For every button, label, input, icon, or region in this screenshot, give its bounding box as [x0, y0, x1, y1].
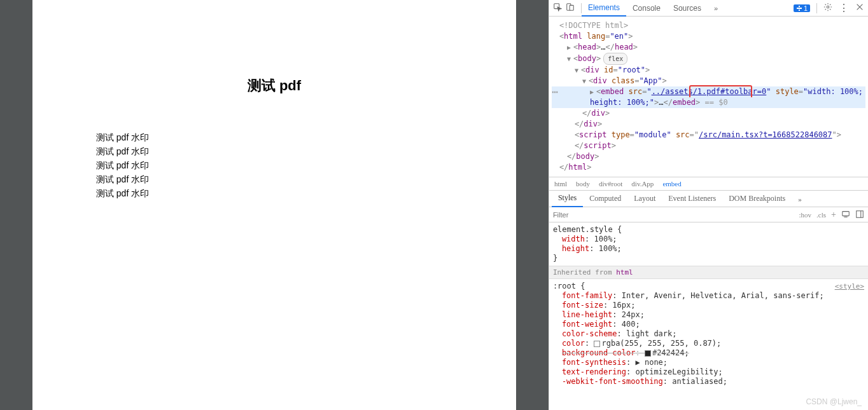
css-property[interactable]: line-height: 24px; — [553, 310, 864, 320]
css-property[interactable]: background-color: #242424; — [553, 348, 864, 358]
prop-height[interactable]: height: 100%; — [553, 244, 864, 254]
new-style-button[interactable]: + — [831, 210, 836, 220]
devtools-panel: Elements Console Sources » 1 ⋮ <!DOCTYPE… — [549, 0, 868, 410]
script-line[interactable]: <script type="module" src="/src/main.tsx… — [552, 130, 865, 140]
svg-rect-4 — [799, 6, 800, 7]
pdf-watermark: 测试 pdf 水印 — [96, 186, 452, 200]
tab-computed[interactable]: Computed — [583, 191, 627, 207]
css-property[interactable]: color: rgba(255, 255, 255, 0.87); — [553, 339, 864, 348]
ellipsis-icon[interactable]: ⋯ — [552, 86, 557, 97]
svg-point-6 — [827, 6, 829, 8]
device-toggle-icon[interactable] — [566, 3, 575, 13]
pdf-watermark: 测试 pdf 水印 — [96, 172, 452, 186]
svg-rect-5 — [799, 10, 800, 11]
crumb-root[interactable]: div#root — [599, 180, 622, 188]
styles-tabs-more[interactable]: » — [792, 192, 808, 206]
prop-width[interactable]: width: 100%; — [553, 235, 864, 244]
crumb-body[interactable]: body — [576, 180, 590, 188]
dom-tree[interactable]: <!DOCTYPE html> <html lang="en"> ▶<head>… — [549, 17, 868, 177]
styles-tabs: Styles Computed Layout Event Listeners D… — [549, 191, 868, 207]
css-property[interactable]: color-scheme: light dark; — [553, 329, 864, 339]
csdn-watermark: CSDN @Ljwen_ — [806, 397, 862, 406]
css-property[interactable]: font-synthesis: ▶ none; — [553, 358, 864, 367]
pdf-watermark: 测试 pdf 水印 — [96, 130, 452, 144]
body-close[interactable]: </body> — [552, 151, 865, 162]
embed-line-2[interactable]: height: 100%;">…</embed> == $0 — [552, 97, 865, 108]
settings-icon[interactable] — [823, 3, 832, 13]
doctype-line[interactable]: <!DOCTYPE html> — [552, 20, 865, 31]
tab-event-listeners[interactable]: Event Listeners — [662, 191, 722, 207]
tab-console[interactable]: Console — [626, 1, 667, 16]
device-icon[interactable] — [841, 210, 850, 220]
pdf-page: 测试 pdf 测试 pdf 水印测试 pdf 水印测试 pdf 水印测试 pdf… — [32, 0, 516, 410]
app-close[interactable]: </div> — [552, 108, 865, 119]
pdf-watermark: 测试 pdf 水印 — [96, 158, 452, 172]
crumb-app[interactable]: div.App — [631, 180, 654, 188]
close-icon[interactable] — [855, 3, 864, 13]
crumb-embed[interactable]: embed — [662, 180, 681, 188]
styles-filter-input[interactable] — [553, 211, 799, 219]
css-property[interactable]: text-rendering: optimizeLegibility; — [553, 367, 864, 377]
toggle-panel-icon[interactable] — [855, 210, 864, 220]
embed-line[interactable]: ⋯ ▶<embed src="../assets/1.pdf#toolbar=0… — [552, 86, 865, 97]
style-source-link[interactable]: <style> — [835, 282, 864, 291]
html-close[interactable]: </html> — [552, 162, 865, 173]
inspect-icon[interactable] — [553, 3, 562, 13]
devtools-toolbar: Elements Console Sources » 1 ⋮ — [549, 0, 868, 17]
svg-rect-8 — [857, 210, 864, 217]
svg-rect-2 — [570, 5, 573, 10]
rule-close: } — [553, 254, 864, 263]
crumb-html[interactable]: html — [554, 180, 567, 188]
tab-styles[interactable]: Styles — [552, 190, 583, 207]
root-close[interactable]: </div> — [552, 119, 865, 130]
pdf-watermark-list: 测试 pdf 水印测试 pdf 水印测试 pdf 水印测试 pdf 水印测试 p… — [96, 130, 452, 200]
menu-icon[interactable]: ⋮ — [839, 2, 849, 14]
svg-rect-3 — [797, 8, 802, 9]
issues-badge[interactable]: 1 — [794, 4, 810, 12]
tab-layout[interactable]: Layout — [627, 191, 662, 207]
styles-body[interactable]: element.style { width: 100%; height: 100… — [549, 222, 868, 410]
element-style-selector[interactable]: element.style { — [553, 225, 864, 235]
root-rule-header[interactable]: :root {<style> — [553, 282, 864, 291]
css-property[interactable]: font-weight: 400; — [553, 320, 864, 329]
cls-button[interactable]: .cls — [816, 211, 826, 219]
css-property[interactable]: -webkit-font-smoothing: antialiased; — [553, 377, 864, 386]
svg-rect-7 — [843, 211, 850, 215]
hov-button[interactable]: :hov — [799, 211, 812, 219]
tabs-more[interactable]: » — [708, 1, 724, 15]
breadcrumbs: html body div#root div.App embed — [549, 177, 868, 191]
tab-elements[interactable]: Elements — [582, 0, 626, 17]
css-property[interactable]: font-family: Inter, Avenir, Helvetica, A… — [553, 291, 864, 301]
pdf-watermark: 测试 pdf 水印 — [96, 144, 452, 158]
tab-dom-breakpoints[interactable]: DOM Breakpoints — [722, 191, 792, 207]
styles-filter-bar: :hov .cls + — [549, 207, 868, 222]
body-line[interactable]: ▼<body>flex — [552, 53, 865, 65]
css-property[interactable]: font-size: 16px; — [553, 301, 864, 310]
script-close[interactable]: </script> — [552, 140, 865, 151]
html-open[interactable]: <html lang="en"> — [552, 31, 865, 42]
pdf-title: 测试 pdf — [96, 76, 452, 95]
tab-sources[interactable]: Sources — [667, 1, 708, 16]
root-div-line[interactable]: ▼<div id="root"> — [552, 65, 865, 76]
pdf-viewer-panel: 测试 pdf 测试 pdf 水印测试 pdf 水印测试 pdf 水印测试 pdf… — [0, 0, 549, 410]
inherited-from: Inherited from html — [549, 266, 868, 279]
flex-badge[interactable]: flex — [603, 53, 627, 65]
head-line[interactable]: ▶<head>…</head> — [552, 42, 865, 53]
